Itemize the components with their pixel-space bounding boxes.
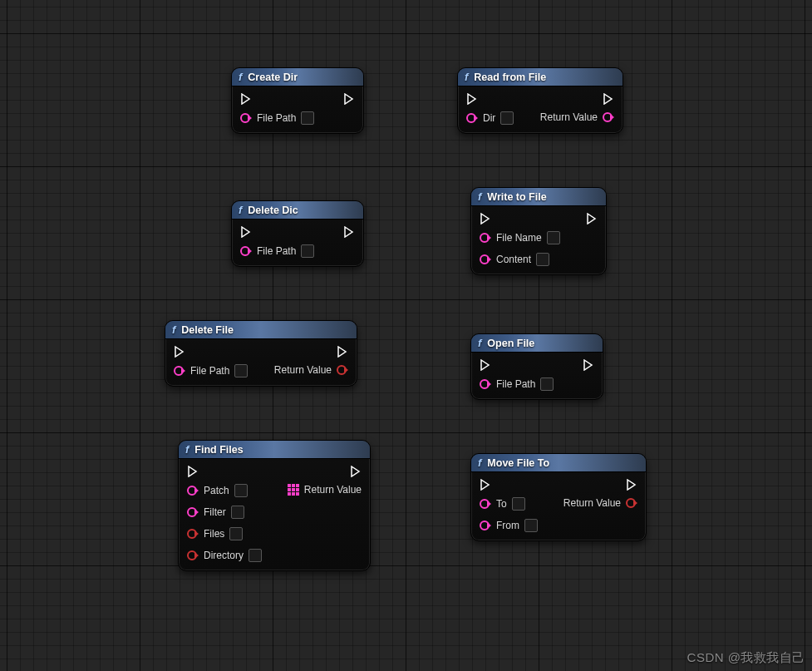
node-read-from-file[interactable]: f Read from File Dir Return Value [457, 67, 623, 134]
textbox[interactable] [229, 527, 243, 540]
array-pin-icon [288, 484, 299, 496]
output-return-value[interactable]: Return Value [563, 497, 637, 509]
node-title: Move File To [487, 457, 549, 469]
node-title: Find Files [194, 444, 243, 456]
textbox[interactable] [301, 111, 314, 125]
textbox[interactable] [234, 484, 248, 497]
function-icon: f [478, 456, 481, 469]
node-title: Delete Dic [248, 205, 298, 216]
textbox[interactable] [540, 377, 554, 391]
exec-out-pin[interactable] [603, 93, 614, 105]
input-patch[interactable]: Patch [187, 484, 262, 497]
output-return-value-array[interactable]: Return Value [288, 484, 362, 496]
textbox[interactable] [231, 506, 244, 519]
exec-out-pin[interactable] [337, 346, 348, 358]
input-file-name[interactable]: File Name [480, 231, 598, 244]
exec-in-pin[interactable] [174, 346, 185, 358]
textbox[interactable] [547, 231, 560, 244]
exec-out-pin[interactable] [626, 479, 637, 491]
node-header[interactable]: f Create Dir [232, 68, 363, 86]
textbox[interactable] [249, 549, 262, 562]
input-filter[interactable]: Filter [187, 506, 262, 519]
node-title: Create Dir [248, 72, 298, 83]
node-move-file-to[interactable]: f Move File To To From [470, 453, 647, 541]
exec-in-pin[interactable] [480, 359, 491, 371]
node-header[interactable]: f Delete File [165, 321, 357, 339]
input-from[interactable]: From [480, 519, 538, 532]
exec-out-pin[interactable] [343, 93, 355, 105]
output-return-value[interactable]: Return Value [274, 364, 348, 376]
node-header[interactable]: f Move File To [471, 454, 646, 472]
exec-in-pin[interactable] [480, 213, 491, 224]
function-icon: f [478, 337, 481, 349]
node-delete-file[interactable]: f Delete File File Path Return Value [165, 320, 357, 387]
textbox[interactable] [500, 111, 514, 125]
function-icon: f [465, 71, 468, 83]
textbox[interactable] [512, 497, 525, 511]
exec-out-pin[interactable] [350, 466, 362, 477]
function-icon: f [185, 443, 189, 456]
input-file-path[interactable]: File Path [480, 377, 554, 391]
input-file-path[interactable]: File Path [240, 244, 314, 258]
node-write-to-file[interactable]: f Write to File File Name Content [470, 187, 607, 275]
watermark-text: CSDN @我救我自己 [687, 650, 805, 666]
input-files[interactable]: Files [187, 527, 262, 540]
textbox[interactable] [234, 364, 248, 377]
function-icon: f [239, 71, 242, 83]
output-return-value[interactable]: Return Value [540, 111, 614, 123]
input-file-path[interactable]: File Path [174, 364, 248, 377]
node-title: Delete File [181, 324, 234, 336]
exec-in-pin[interactable] [466, 93, 478, 105]
node-header[interactable]: f Read from File [458, 68, 623, 86]
node-title: Open File [487, 338, 534, 349]
node-header[interactable]: f Open File [471, 334, 603, 353]
function-icon: f [478, 190, 481, 203]
exec-in-pin[interactable] [240, 93, 252, 105]
input-to[interactable]: To [480, 497, 538, 511]
node-title: Read from File [474, 72, 546, 83]
textbox[interactable] [524, 519, 538, 532]
node-header[interactable]: f Find Files [179, 441, 370, 459]
input-content[interactable]: Content [480, 253, 598, 266]
node-find-files[interactable]: f Find Files Patch Filter [178, 440, 371, 571]
textbox[interactable] [536, 253, 549, 266]
input-file-path[interactable]: File Path [240, 111, 314, 125]
exec-in-pin[interactable] [480, 479, 491, 491]
exec-in-pin[interactable] [187, 466, 199, 477]
exec-in-pin[interactable] [240, 226, 252, 238]
exec-out-pin[interactable] [583, 359, 594, 371]
input-dir[interactable]: Dir [466, 111, 514, 125]
textbox[interactable] [301, 244, 314, 258]
function-icon: f [172, 323, 175, 336]
blueprint-grid[interactable] [0, 0, 812, 671]
node-open-file[interactable]: f Open File File Path [470, 333, 603, 400]
node-create-dir[interactable]: f Create Dir File Path [231, 67, 364, 134]
exec-out-pin[interactable] [343, 226, 355, 238]
node-delete-dic[interactable]: f Delete Dic File Path [231, 200, 364, 267]
input-directory[interactable]: Directory [187, 549, 262, 562]
node-title: Write to File [487, 191, 546, 203]
node-header[interactable]: f Delete Dic [232, 201, 363, 220]
exec-out-pin[interactable] [586, 213, 598, 224]
function-icon: f [239, 204, 242, 216]
node-header[interactable]: f Write to File [471, 188, 606, 206]
